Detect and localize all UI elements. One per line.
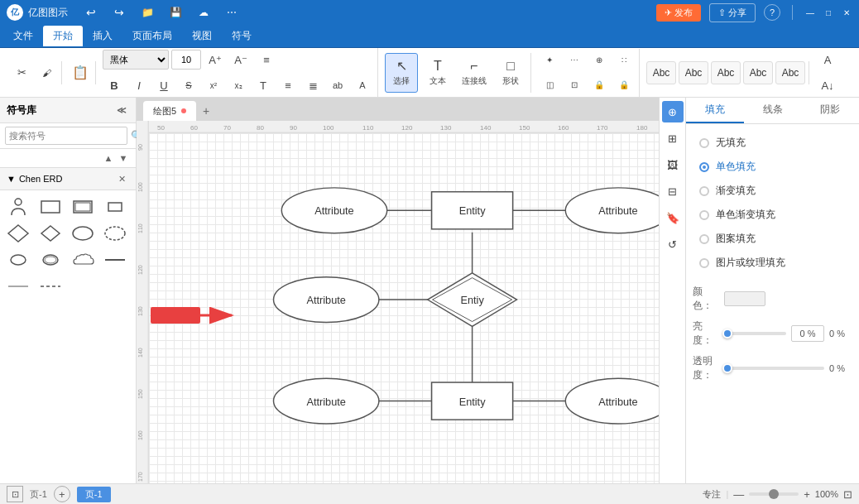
- shape-diamond[interactable]: [37, 222, 64, 245]
- font-name-select[interactable]: 黑体: [103, 50, 169, 70]
- align-btn[interactable]: ≡: [255, 48, 278, 71]
- abc-style-2[interactable]: Abc: [679, 61, 708, 84]
- text-tool[interactable]: T 文本: [421, 53, 454, 93]
- side-tool-grid[interactable]: ⊞: [662, 127, 684, 149]
- chen-erd-section[interactable]: ▼ Chen ERD ✕: [0, 168, 136, 190]
- redo-btn[interactable]: ↪: [108, 1, 131, 24]
- open-btn[interactable]: 📁: [136, 1, 159, 24]
- shape-cloud[interactable]: [70, 248, 96, 271]
- add-page-btn[interactable]: +: [54, 486, 70, 502]
- superscript-btn[interactable]: x²: [202, 74, 225, 97]
- menu-page-layout[interactable]: 页面布局: [122, 26, 182, 46]
- tool-extra-4[interactable]: ∷: [612, 49, 636, 72]
- shape-line-solid[interactable]: [102, 248, 128, 271]
- list-btn1[interactable]: ≡: [276, 74, 300, 97]
- panel-down-btn[interactable]: ▼: [116, 151, 131, 166]
- fill-option-solid[interactable]: 单色填充: [693, 155, 852, 179]
- fill-option-texture[interactable]: 图片或纹理填充: [693, 251, 852, 275]
- underline-btn[interactable]: U: [152, 74, 175, 97]
- tab-fill[interactable]: 填充: [686, 98, 744, 123]
- abc-style-4[interactable]: Abc: [743, 61, 773, 84]
- shape-diamond-large[interactable]: [5, 222, 31, 245]
- brightness-value[interactable]: [791, 325, 824, 342]
- text-tool-A2[interactable]: A↓: [816, 74, 839, 97]
- tool-extra-1[interactable]: ✦: [538, 49, 561, 72]
- cloud-btn[interactable]: ☁: [192, 1, 215, 24]
- font-grow-btn[interactable]: A⁺: [204, 48, 227, 71]
- abc-style-5[interactable]: Abc: [775, 61, 805, 84]
- text-tool-A[interactable]: A: [816, 48, 839, 71]
- menu-view[interactable]: 视图: [182, 26, 222, 46]
- format-painter-btn[interactable]: 🖌: [35, 61, 58, 84]
- side-tool-image[interactable]: 🖼: [662, 154, 684, 175]
- add-tab-btn[interactable]: +: [198, 103, 214, 119]
- canvas-drawing-area[interactable]: Attribute Entity Attribute Attribute: [149, 133, 659, 483]
- textstyle-btn[interactable]: T: [252, 74, 275, 97]
- help-button[interactable]: ?: [764, 4, 780, 21]
- shape-line-dashed[interactable]: [37, 275, 64, 298]
- zoom-in-btn[interactable]: +: [804, 488, 810, 501]
- canvas-scroll-area[interactable]: 50 60 70 80 90 100 110 120 130 140 150 1…: [137, 121, 659, 483]
- transparency-slider-thumb[interactable]: [722, 363, 732, 373]
- paste-btn[interactable]: 📋: [69, 61, 92, 84]
- menu-symbol[interactable]: 符号: [222, 26, 262, 46]
- panel-up-btn[interactable]: ▲: [101, 151, 116, 166]
- current-page-tab[interactable]: 页-1: [77, 487, 111, 502]
- side-tool-bookmark[interactable]: 🔖: [662, 207, 684, 228]
- drawing-tab[interactable]: 绘图5: [143, 101, 196, 121]
- fill-option-none[interactable]: 无填充: [693, 131, 852, 155]
- side-tool-history[interactable]: ↺: [662, 233, 684, 255]
- strikethrough-btn[interactable]: S: [177, 74, 200, 97]
- tab-line[interactable]: 线条: [744, 98, 802, 123]
- text-color-btn[interactable]: A: [351, 74, 374, 97]
- shape-person[interactable]: [5, 195, 31, 218]
- shape-small-rect[interactable]: [102, 195, 128, 218]
- tool-extra-6[interactable]: ⊡: [563, 74, 586, 97]
- section-close-btn[interactable]: ✕: [114, 171, 129, 186]
- shape-ellipse[interactable]: [70, 222, 96, 245]
- page-indicator[interactable]: ⊡: [7, 486, 23, 502]
- tool-extra-8[interactable]: 🔒: [612, 74, 636, 97]
- fill-option-radial[interactable]: 单色渐变填充: [693, 203, 852, 227]
- bold-btn[interactable]: B: [103, 74, 126, 97]
- font-size-input[interactable]: [171, 50, 201, 70]
- shape-double-rect[interactable]: [70, 195, 96, 218]
- shape-rect[interactable]: [37, 195, 64, 218]
- shape-ellipse-small1[interactable]: [5, 248, 31, 271]
- color-picker[interactable]: [724, 291, 765, 306]
- shape-ellipse-small2[interactable]: [37, 248, 64, 271]
- save-btn[interactable]: 💾: [164, 1, 187, 24]
- share-button[interactable]: ⇧ 分享: [709, 3, 756, 22]
- brightness-slider-thumb[interactable]: [722, 329, 732, 338]
- shape-line-thin[interactable]: [5, 275, 31, 298]
- list-btn2[interactable]: ≣: [301, 74, 324, 97]
- highlight-btn[interactable]: ab: [326, 74, 349, 97]
- brightness-slider-track[interactable]: [722, 332, 786, 335]
- tool-extra-2[interactable]: ⋯: [563, 49, 586, 72]
- side-tool-cursor[interactable]: ⊕: [662, 101, 684, 122]
- tool-extra-7[interactable]: 🔒: [588, 74, 611, 97]
- tool-extra-3[interactable]: ⊕: [588, 49, 611, 72]
- side-tool-layers[interactable]: ⊟: [662, 180, 684, 202]
- panel-collapse-btn[interactable]: ≪: [114, 103, 129, 118]
- shape-tool[interactable]: □ 形状: [494, 53, 527, 93]
- menu-insert[interactable]: 插入: [83, 26, 122, 46]
- connector-tool[interactable]: ⌐ 连接线: [458, 53, 491, 93]
- tool-extra-5[interactable]: ◫: [538, 74, 561, 97]
- subscript-btn[interactable]: x₂: [227, 74, 250, 97]
- undo-btn[interactable]: ↩: [79, 1, 103, 24]
- fit-btn[interactable]: ⊡: [843, 488, 852, 501]
- fill-option-gradient[interactable]: 渐变填充: [693, 179, 852, 203]
- more-btn[interactable]: ⋯: [220, 1, 243, 24]
- publish-button[interactable]: ✈ 发布: [656, 4, 701, 22]
- transparency-slider-track[interactable]: [722, 367, 824, 370]
- shape-ellipse-dashed[interactable]: [102, 222, 128, 245]
- minimize-btn[interactable]: —: [804, 7, 816, 18]
- menu-file[interactable]: 文件: [3, 26, 43, 46]
- menu-start[interactable]: 开始: [43, 26, 83, 46]
- close-btn[interactable]: ✕: [841, 7, 852, 18]
- symbol-search-input[interactable]: [5, 127, 127, 145]
- italic-btn[interactable]: I: [127, 74, 151, 97]
- restore-btn[interactable]: □: [823, 7, 834, 18]
- focus-label[interactable]: 专注: [703, 488, 721, 501]
